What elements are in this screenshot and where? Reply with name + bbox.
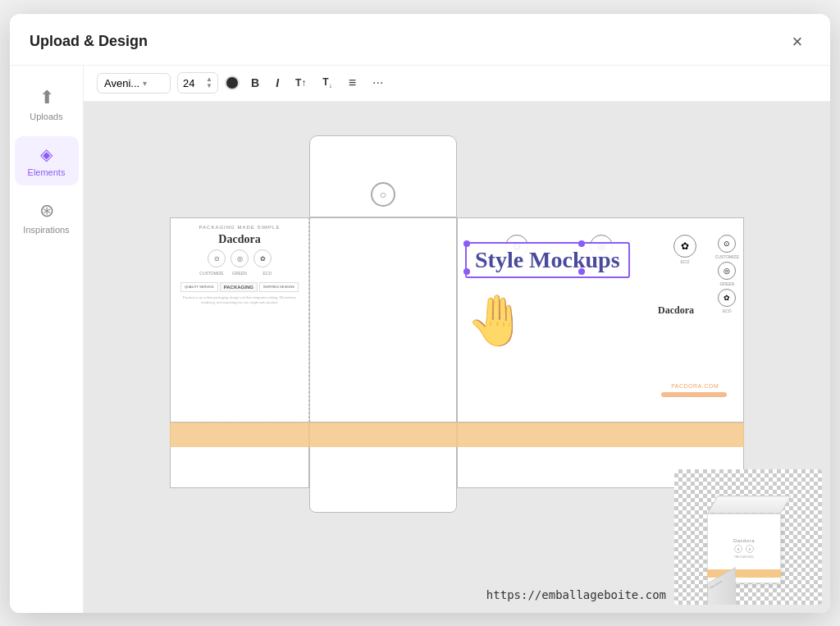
selection-handle-tl[interactable] (463, 240, 470, 247)
box-top-flap: ○ (309, 135, 457, 217)
box3d-front-label: PACKAGING (734, 555, 754, 559)
font-name-label: Aveni... (104, 77, 139, 89)
toolbar: Aveni... ▾ 24 B I T↑ T↓ ≡ ··· (84, 66, 830, 102)
center-brand-name: Dacdora (658, 304, 694, 316)
right-icon-2: ◎ GREEN (718, 262, 736, 286)
label-description: Pacdora is an online packaging design to… (177, 295, 302, 304)
right-icon-3: ✿ ECO (718, 289, 736, 313)
align-button[interactable]: ≡ (344, 72, 361, 94)
right-icon-1: ⊙ CUSTOMIZE (715, 235, 739, 259)
label-design: PACKAGING MADE SIMPLE Dacdora ⊙ ◎ ✿ CUST… (171, 218, 308, 422)
sidebar: ⬆ Uploads ◈ Elements ⊛ Inspirations (10, 66, 84, 613)
flat-box: ○ PACKAGING MADE SIMPLE Dacdora ⊙ ◎ ✿ (170, 135, 744, 578)
box-bottom-left-flap (170, 423, 309, 488)
right-icon-label-2: GREEN (719, 281, 734, 286)
right-icon-label-1: CUSTOMIZE (715, 254, 739, 259)
font-size-value: 24 (183, 77, 194, 89)
modal: Upload & Design × ⬆ Uploads ◈ Elements ⊛… (10, 14, 830, 613)
hand-illustration: 🤚 (466, 291, 527, 350)
selection-handle-bl[interactable] (463, 268, 470, 275)
label-tag-2: GREEN (227, 271, 252, 276)
center-icon-label-3: ECO (680, 259, 689, 264)
label-icon-2: ◎ (231, 249, 249, 267)
label-box-inspired: INSPIRED DESIGNS (259, 282, 299, 292)
box3d-front-icons: ○ ○ (734, 545, 754, 553)
italic-button[interactable]: I (271, 73, 284, 93)
sidebar-item-elements-label: Elements (28, 167, 66, 177)
sidebar-item-elements[interactable]: ◈ Elements (15, 136, 79, 185)
font-size-control[interactable]: 24 (177, 72, 218, 94)
more-options-button[interactable]: ··· (368, 72, 388, 94)
right-icon-label-3: ECO (723, 308, 732, 313)
right-icon-circle-1: ⊙ (718, 235, 736, 253)
inspirations-icon: ⊛ (39, 200, 54, 222)
center-url-text: PACDORA.COM (671, 383, 719, 389)
label-icon-3: ✿ (253, 249, 272, 267)
selection-handle-tr[interactable] (578, 240, 585, 247)
chevron-down-icon: ▾ (143, 79, 147, 88)
box-3d-front-face: Dacdora ○ ○ PACKAGING (707, 514, 781, 583)
right-icon-circle-2: ◎ (718, 262, 736, 280)
label-brand-name: Dacdora (218, 233, 260, 246)
modal-body: ⬆ Uploads ◈ Elements ⊛ Inspirations Aven… (10, 66, 830, 613)
box-3d-top-face (707, 496, 792, 514)
top-flap-icon: ○ (371, 182, 395, 207)
label-header-text: PACKAGING MADE SIMPLE (199, 225, 281, 230)
label-box-packaging: PACKAGING (220, 282, 258, 292)
label-box-quality: QUALITY SERVICE (180, 282, 218, 292)
close-button[interactable]: × (784, 29, 810, 55)
size-down-icon[interactable] (206, 83, 212, 89)
label-tags-row: CUSTOMIZE GREEN ECO (199, 271, 280, 276)
box-left-panel: PACKAGING MADE SIMPLE Dacdora ⊙ ◎ ✿ CUST… (170, 217, 309, 423)
elements-icon: ◈ (40, 144, 52, 164)
right-icon-circle-3: ✿ (718, 289, 736, 307)
website-url: https://emballageboite.com (486, 588, 666, 601)
sidebar-item-inspirations-label: Inspirations (23, 225, 69, 235)
bold-button[interactable]: B (246, 73, 264, 93)
color-picker[interactable] (225, 75, 240, 90)
box-bottom-center-flap (309, 423, 457, 513)
center-url-bar (661, 392, 727, 397)
upload-icon: ⬆ (39, 87, 54, 108)
box3d-icon-1: ○ (734, 545, 742, 553)
selected-text-element[interactable]: Style Mockups (465, 242, 630, 278)
center-icon-circle-3: ✿ (673, 235, 696, 258)
label-boxes-row: QUALITY SERVICE PACKAGING INSPIRED DESIG… (180, 282, 299, 292)
canvas-content[interactable]: ○ PACKAGING MADE SIMPLE Dacdora ⊙ ◎ ✿ (84, 102, 830, 613)
font-selector[interactable]: Aveni... ▾ (97, 73, 171, 94)
sidebar-item-inspirations[interactable]: ⊛ Inspirations (15, 192, 79, 243)
right-icons-column: ⊙ CUSTOMIZE ◎ GREEN ✿ ECO (715, 235, 739, 313)
3d-preview-box: Dacdora ○ ○ PACKAGING Dacdora (674, 469, 822, 605)
sidebar-item-uploads-label: Uploads (30, 112, 62, 121)
size-arrows (206, 76, 212, 89)
label-tag-1: CUSTOMIZE (199, 271, 224, 276)
box-3d-render: Dacdora ○ ○ PACKAGING Dacdora (707, 496, 789, 578)
canvas-area: Aveni... ▾ 24 B I T↑ T↓ ≡ ··· (84, 66, 830, 613)
center-icon-eco: ✿ ECO (673, 235, 696, 264)
label-tag-3: ECO (255, 271, 280, 276)
selection-handle-br[interactable] (578, 268, 585, 275)
box3d-icon-2: ○ (746, 545, 754, 553)
modal-title: Upload & Design (30, 33, 148, 50)
label-icon-1: ⊙ (208, 249, 226, 267)
text-style2-button[interactable]: T↓ (317, 73, 336, 93)
box-front-panel (309, 217, 457, 423)
modal-header: Upload & Design × (10, 14, 830, 66)
sidebar-item-uploads[interactable]: ⬆ Uploads (15, 79, 79, 130)
box3d-front-brand: Dacdora (733, 538, 755, 543)
text-style1-button[interactable]: T↑ (290, 74, 311, 92)
label-icons-row: ⊙ ◎ ✿ (208, 249, 272, 267)
